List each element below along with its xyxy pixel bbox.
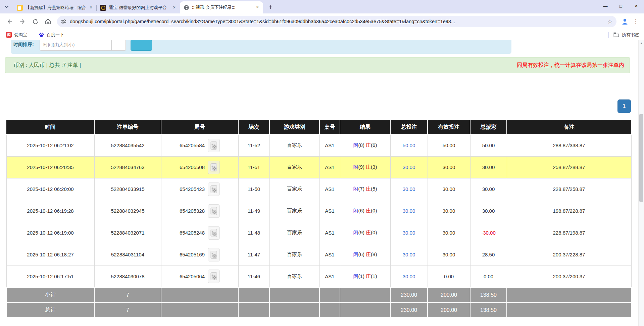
cell-total-bet-link[interactable]: 50.00 [390,134,428,156]
cell-note: 228.87/198.87 [507,222,631,244]
total-row: 总计7230.00200.00138.50 [6,302,631,318]
film-reel-icon [210,250,217,259]
cell-time: 2025-10-12 06:20:00 [6,178,94,200]
chevron-down-icon [5,5,9,8]
cell-payout: 30.00 [470,156,507,178]
bookmark-baidu[interactable]: 百度一下 [37,31,65,39]
scroll-up-arrow-icon[interactable]: ▲ [639,42,644,45]
browser-toolbar: dongshouji.com/ipl/portal.php/game/betre… [0,13,644,30]
back-button[interactable] [3,15,16,28]
column-header-2: 局号 [161,120,238,134]
filter-submit-button[interactable] [131,40,152,51]
cell-payout: 30.00 [470,200,507,222]
home-button[interactable] [42,15,54,28]
video-replay-button[interactable] [208,226,220,240]
close-button[interactable]: × [629,0,644,12]
cell-bet-number: 522884035542 [94,134,161,156]
browser-tab-tongbao[interactable]: 通宝-信誉最好的网上游戏平台 × [97,2,180,13]
browser-tab-forum[interactable]: 【新提醒】海燕策略论坛 - 综合 × [13,2,97,13]
form-divider [10,56,511,56]
cell-game-type: 百家乐 [269,134,319,156]
cell-total-bet-link[interactable]: 30.00 [390,222,428,244]
video-replay-button[interactable] [208,182,220,196]
film-reel-icon [210,229,217,237]
subtotal-empty [269,287,319,302]
bet-record-table: 时间注单编号局号场次游戏类别桌号结果总投注有效投注总派彩备注 2025-10-1… [6,120,632,318]
tab-close-icon[interactable]: × [171,5,177,11]
total-valid-bet: 200.00 [428,302,470,318]
column-header-6: 结果 [340,120,390,134]
column-header-10: 备注 [507,120,631,134]
column-header-9: 总派彩 [470,120,507,134]
cell-total-bet-link[interactable]: 30.00 [390,266,428,287]
pagination-page-1-button[interactable]: 1 [617,99,631,113]
all-bookmarks-button[interactable]: 所有书签 [613,32,639,38]
subtotal-empty [340,287,390,302]
cell-table-number: AS1 [319,266,340,287]
currency-summary-text: 币别 : 人民币 | 总共 :7 注单 | [13,62,81,69]
cell-round-number: 654205508 [161,156,238,178]
bookmark-star-icon[interactable]: ☆ [607,18,612,25]
subtotal-valid-bet: 200.00 [428,287,470,302]
forward-button[interactable] [16,15,29,28]
video-replay-button[interactable] [208,161,220,174]
tab-search-button[interactable] [0,0,13,13]
cell-total-bet-link[interactable]: 30.00 [390,178,428,200]
cell-payout: 50.00 [470,134,507,156]
bet-record-row: 2025-10-12 06:19:28522884032945654205328… [6,200,631,222]
cell-game-type: 百家乐 [269,200,319,222]
url-bar[interactable]: dongshouji.com/ipl/portal.php/game/betre… [57,16,616,27]
cell-total-bet-link[interactable]: 30.00 [390,156,428,178]
profile-avatar[interactable] [619,16,631,27]
cell-table-number: AS1 [319,178,340,200]
tab-title: 通宝-信誉最好的网上游戏平台 [109,5,169,11]
sort-select[interactable] [112,40,126,51]
tab-close-icon[interactable]: × [254,4,260,10]
cell-total-bet-link[interactable]: 30.00 [390,244,428,266]
window-controls: — □ × [598,0,644,12]
cell-note: 288.87/338.87 [507,134,631,156]
video-replay-button[interactable] [208,204,220,218]
bookmark-aitaobao[interactable]: 淘 爱淘宝 [5,31,29,39]
subtotal-count: 7 [94,287,161,302]
cell-game-type: 百家乐 [269,244,319,266]
bookmarks-divider [608,32,609,38]
film-reel-icon [210,272,217,281]
total-label: 总计 [6,302,94,318]
cell-bet-number: 522884032071 [94,222,161,244]
browser-menu-button[interactable]: ⋮ [631,16,641,27]
column-header-7: 总投注 [390,120,428,134]
browser-tab-betrecord-active[interactable]: :::视讯 会员下注纪录::: × [180,1,263,13]
cell-note: 258.87/288.87 [507,156,631,178]
sort-input[interactable] [40,40,112,51]
new-tab-button[interactable]: + [265,2,276,12]
table-header-row: 时间注单编号局号场次游戏类别桌号结果总投注有效投注总派彩备注 [6,120,631,134]
reload-icon [32,18,39,25]
subtotal-empty [319,287,340,302]
back-arrow-icon [6,18,13,25]
maximize-button[interactable]: □ [613,0,629,12]
cell-result: 闲(6) 庄(8) [340,244,390,266]
minimize-button[interactable]: — [598,0,613,12]
tab-close-icon[interactable]: × [88,5,94,11]
folder-icon [613,32,619,37]
url-text[interactable]: dongshouji.com/ipl/portal.php/game/betre… [70,19,605,24]
cell-round-number: 654205423 [161,178,238,200]
cell-bet-number: 522884034763 [94,156,161,178]
bet-record-row: 2025-10-12 06:21:02522884035542654205584… [6,134,631,156]
page-scrollbar[interactable]: ▲ [638,40,644,326]
video-replay-button[interactable] [208,270,220,283]
cell-session: 11-50 [238,178,269,200]
cell-note: 198.87/228.87 [507,200,631,222]
cell-session: 11-49 [238,200,269,222]
video-replay-button[interactable] [208,139,220,152]
video-replay-button[interactable] [208,248,220,261]
reload-button[interactable] [29,15,42,28]
subtotal-empty [238,287,269,302]
subtotal-row: 小计7230.00200.00138.50 [6,287,631,302]
cell-result: 闲(7) 庄(5) [340,178,390,200]
cell-total-bet-link[interactable]: 30.00 [390,200,428,222]
site-settings-icon[interactable] [61,19,66,24]
scrollbar-thumb[interactable] [639,114,643,202]
cell-result: 闲(1) 庄(1) [340,266,390,287]
